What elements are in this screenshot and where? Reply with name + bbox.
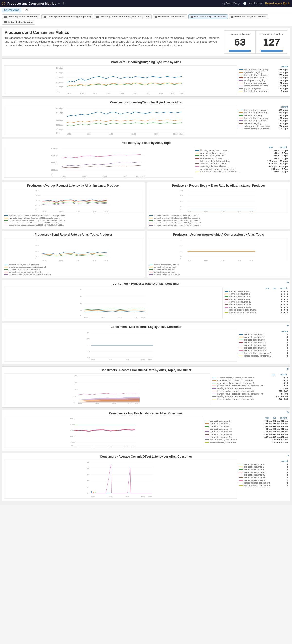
legend-item: connect, consumer-3501 ms 501 ms 501 ms [205,425,288,428]
zoom-out-icon: ◁ [222,2,224,5]
svg-text:1.0: 1.0 [87,332,89,334]
svg-text:13:10: 13:10 [173,133,177,135]
svg-text:0: 0 [35,258,36,260]
tab-hard-disk-usage-metrics[interactable]: Hard Disk Usage Metrics [153,14,187,19]
edit-icon[interactable]: ✏ [58,2,60,5]
refresh-icon: ↻ [288,2,290,5]
svg-text:2.0: 2.0 [180,239,183,241]
zoom-out-button[interactable]: ◁ Zoom Out ▷ [222,2,240,5]
legend-item: connect-offsets, connect0 Bps 0 Bps [195,154,288,157]
chart10-legend: avgcurrent connect-offsets, connect, con… [212,374,288,406]
svg-text:12:30: 12:30 [124,446,128,448]
svg-text:13:00: 13:00 [141,316,144,318]
settings-icon[interactable]: ⚙ [62,2,65,5]
svg-text:0.25: 0.25 [180,206,183,207]
tab-hard-disk-usage-and-metrics[interactable]: Hard Disk Usage and Metrics [188,14,228,19]
chart9-refresh-button[interactable]: ↻ [287,324,289,328]
svg-text:11:00: 11:00 [82,176,86,178]
svg-text:12:50: 12:50 [159,93,163,94]
main-content: Producers and Consumers Metrics This das… [0,26,292,505]
tab-hard-disk-usage-metrics-2[interactable]: Hard Disk Usage and Metrics [229,14,268,19]
chart6-svg: 4.0 K 3.0 K 2.0 K 1.0 K 0 10:30 11:00 11… [4,238,143,262]
svg-text:0 ms: 0 ms [70,445,73,446]
chart1-legend: current lenses-release: outgoing778 kbps… [239,65,288,94]
svg-text:40: 40 [80,303,82,304]
legend-item: connect, consumer-10 [239,333,288,336]
chart6-panel: Producers - Send Record Rate by Alias, T… [2,231,145,278]
svg-text:1.0 Mbps: 1.0 Mbps [56,112,63,114]
svg-text:400 ms: 400 ms [70,430,75,432]
svg-text:1.0: 1.0 [180,251,183,252]
svg-text:11:50: 11:50 [119,93,124,94]
svg-text:10:30: 10:30 [62,176,66,178]
svg-text:10:30: 10:30 [84,316,88,318]
svg-text:10:30: 10:30 [91,359,95,360]
app-icon: ⬡ [2,1,5,6]
svg-rect-200 [91,491,92,493]
svg-text:2.0 ms: 2.0 ms [35,190,40,192]
legend-item: connect consumer-580 [239,476,288,479]
source-alias-button[interactable]: Source Alias [2,8,21,12]
svg-text:-1.0: -1.0 [87,356,90,358]
chart8-refresh-button[interactable]: ↻ [287,281,289,284]
legend-item: connect, consumer-59445 ms 396 ms 404 ms [205,436,288,438]
chart12-current-label: current [239,460,288,462]
tab-client-app-monitoring-templated[interactable]: Client Application Monitoring (templated… [41,14,93,19]
chart5-legend: connect, cloudera.landoop.com:25347, pro… [149,214,288,226]
svg-text:13:00: 13:00 [104,211,108,212]
legend-item: connect, consumer-26 6 6 [225,293,288,295]
header-text: Producers and Consumers Metrics This das… [5,30,222,54]
chart9-legend: current connect, consumer-10 connect, co… [239,330,288,362]
zoom-in-icon: ▷ [238,2,240,5]
top-bar: ⬡ Producer and Consumer Metrics ✏ ⚙ ◁ Zo… [0,0,292,7]
svg-text:12:00: 12:00 [237,211,241,212]
svg-text:13:00: 13:00 [249,260,253,262]
svg-text:600 kbps: 600 kbps [56,76,63,78]
svg-text:12:00: 12:00 [125,495,129,497]
svg-text:15: 15 [87,474,89,475]
svg-text:60: 60 [80,296,82,297]
chart10-svg: 2.0 K 1.5 K 1.0 K 500 0 10:30 [4,374,210,405]
all-button[interactable]: All [23,8,30,12]
svg-text:11:00: 11:00 [95,403,99,404]
legend-item: antwnis_070, lenses-release54 kbps 50 kb… [195,162,288,165]
chart8-title: Consumers - Requests Rate by Alias, Cons… [4,282,288,286]
chart11-svg: 600 ms 500 ms 400 ms 300 ms 200 ms 0 ms [4,416,203,448]
svg-text:11:30: 11:30 [76,211,80,212]
svg-text:300 ms: 300 ms [70,436,75,438]
svg-text:11:00: 11:00 [204,211,208,212]
svg-text:250 kbps: 250 kbps [56,129,63,131]
chart6-title: Producers - Send Record Rate by Alias, T… [4,233,143,236]
chart9-title: Consumers - Max Records Lag by Alias, Co… [4,325,288,329]
svg-text:1.5 K: 1.5 K [74,382,77,383]
svg-text:11:50: 11:50 [109,133,113,135]
chart10-refresh-button[interactable]: ↻ [287,368,289,371]
tab-kafka-cluster-overview[interactable]: Kafka Cluster Overview [2,20,35,24]
svg-text:13:00: 13:00 [104,260,108,262]
chart11-refresh-button[interactable]: ↻ [287,411,289,414]
legend-item: paysim: outgoing18 kbps [239,87,288,90]
legend-item: lenses-release: outgoing132 kbps [239,117,288,119]
svg-text:13:00: 13:00 [135,403,138,404]
tab-client-app-monitoring[interactable]: Client Application Monitoring [2,14,40,19]
svg-text:-0.5: -0.5 [87,351,90,352]
svg-text:13:00: 13:00 [249,211,253,212]
legend-item: schema-registry: incoming264 kbps [239,125,288,127]
svg-text:12:10: 12:10 [133,93,137,94]
svg-marker-162 [78,397,140,400]
tab-client-app-copy[interactable]: Client Application Monitoring (templated… [94,14,152,19]
svg-text:0.75: 0.75 [180,195,183,196]
chart12-refresh-button[interactable]: ↻ [287,454,289,457]
chart2-legend: current lenses-release: incoming931 kbps… [239,106,288,135]
legend-item: connect, consumer-593 3 3 [225,306,288,308]
svg-text:0: 0 [74,402,75,403]
refresh-button[interactable]: Refresh every 30s ↻ [265,2,290,5]
consumers-bar [261,50,282,52]
svg-text:0.50: 0.50 [180,201,183,202]
svg-text:12:30: 12:30 [134,316,137,318]
svg-text:11:00: 11:00 [109,359,112,360]
svg-text:300 kbps: 300 kbps [51,155,58,157]
time-range[interactable]: 🕐 Last 3 hours [243,2,262,5]
legend-item: connect consumer-20 [239,466,288,468]
tab-icon [96,16,99,18]
